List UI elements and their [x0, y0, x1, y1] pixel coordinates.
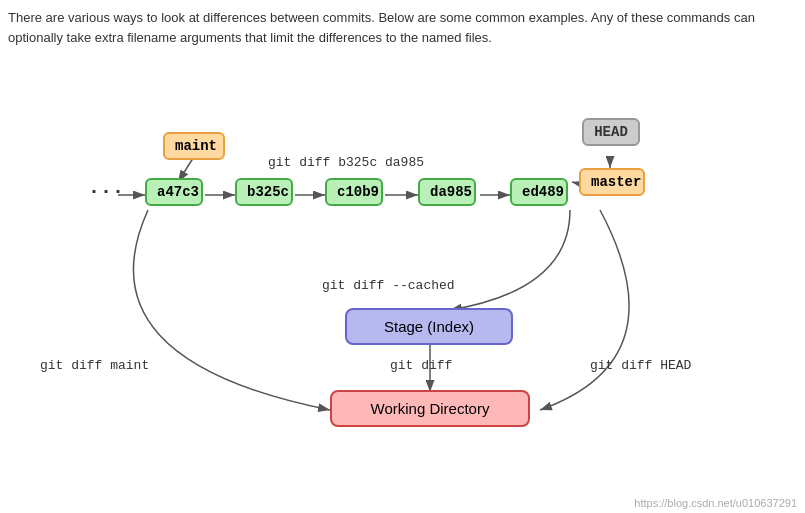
label-head: HEAD: [582, 118, 640, 146]
label-diff-cached: git diff --cached: [322, 278, 455, 293]
commit-a47c3: a47c3: [145, 178, 203, 206]
stage-box: Stage (Index): [345, 308, 513, 345]
commit-ed489: ed489: [510, 178, 568, 206]
label-diff-b325c-da985: git diff b325c da985: [268, 155, 424, 170]
label-git-diff: git diff: [390, 358, 452, 373]
label-maint: maint: [163, 132, 225, 160]
label-master: master: [579, 168, 645, 196]
commit-b325c: b325c: [235, 178, 293, 206]
watermark: https://blog.csdn.net/u010637291: [634, 497, 797, 509]
label-diff-maint: git diff maint: [40, 358, 149, 373]
commit-c10b9: c10b9: [325, 178, 383, 206]
label-diff-head: git diff HEAD: [590, 358, 691, 373]
commit-da985: da985: [418, 178, 476, 206]
intro-text: There are various ways to look at differ…: [8, 8, 797, 47]
diagram-area: ··· a47c3 b325c c10b9 da985 ed489 maint …: [0, 60, 805, 513]
working-directory-box: Working Directory: [330, 390, 530, 427]
dots: ···: [88, 180, 124, 203]
